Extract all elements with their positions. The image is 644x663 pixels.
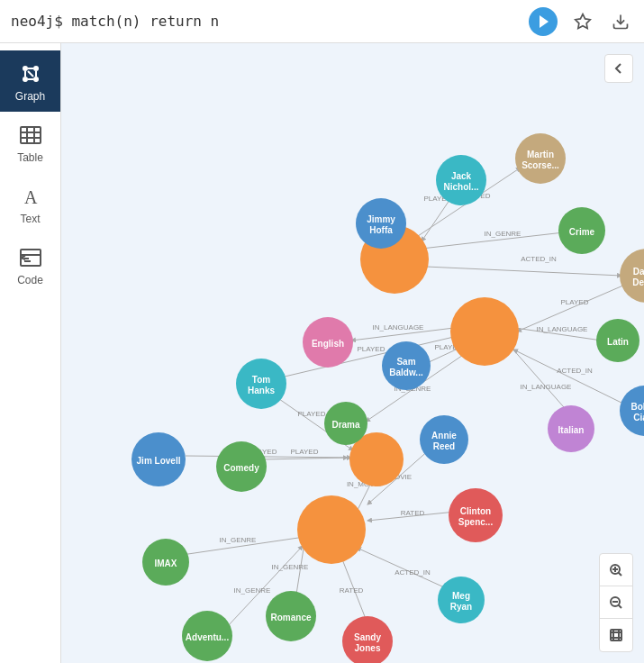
svg-marker-1 bbox=[576, 14, 591, 28]
node-sandy-jones[interactable] bbox=[342, 616, 393, 663]
svg-text:PLAYED: PLAYED bbox=[298, 410, 326, 418]
sidebar-item-table[interactable]: Table bbox=[0, 112, 60, 173]
svg-line-11 bbox=[28, 71, 33, 77]
node-jimmy-hoffa[interactable] bbox=[356, 198, 406, 249]
svg-text:A: A bbox=[24, 187, 38, 207]
svg-line-110 bbox=[619, 604, 622, 608]
svg-text:RATED: RATED bbox=[340, 586, 364, 595]
collapse-button[interactable] bbox=[604, 54, 633, 83]
node-jack-nicholson[interactable] bbox=[436, 155, 486, 205]
svg-text:IN_LANGUAGE: IN_LANGUAGE bbox=[373, 323, 424, 332]
zoom-fit-button[interactable] bbox=[600, 619, 632, 651]
svg-rect-12 bbox=[21, 127, 41, 143]
download-icon[interactable] bbox=[608, 9, 633, 34]
node-jim-lovell[interactable] bbox=[132, 432, 186, 486]
query-display: neo4j$ match(n) return n bbox=[11, 13, 219, 30]
node-crime[interactable] bbox=[558, 207, 605, 254]
svg-text:ACTED_IN: ACTED_IN bbox=[557, 367, 593, 375]
node-danny-devito[interactable] bbox=[620, 249, 644, 303]
svg-text:ACTED_IN: ACTED_IN bbox=[521, 255, 557, 263]
node-adventure[interactable] bbox=[182, 611, 232, 661]
svg-text:RATED: RATED bbox=[401, 509, 425, 517]
node-clinton-spencer[interactable] bbox=[449, 488, 503, 542]
node-latin[interactable] bbox=[596, 319, 639, 362]
svg-text:IN_GENRE: IN_GENRE bbox=[485, 230, 522, 238]
svg-rect-18 bbox=[21, 250, 41, 266]
svg-line-106 bbox=[619, 572, 622, 576]
sidebar-item-text-label: Text bbox=[20, 213, 40, 225]
svg-point-3 bbox=[23, 66, 28, 71]
graph-area: PLAYED PLAYED DIRECTED IN_GENRE ACTED_IN… bbox=[61, 43, 644, 663]
node-romance[interactable] bbox=[266, 591, 316, 641]
svg-point-4 bbox=[33, 66, 39, 71]
node-imax[interactable] bbox=[142, 539, 189, 586]
svg-text:IN_GENRE: IN_GENRE bbox=[220, 536, 257, 544]
zoom-out-button[interactable] bbox=[600, 586, 632, 619]
svg-text:IN_LANGUAGE: IN_LANGUAGE bbox=[521, 383, 572, 391]
node-bobby-ciaro[interactable] bbox=[620, 386, 644, 436]
svg-point-5 bbox=[23, 77, 28, 82]
main-area: Graph Table A Text bbox=[0, 43, 644, 663]
svg-text:PLAYED: PLAYED bbox=[291, 448, 319, 456]
svg-line-44 bbox=[186, 456, 351, 458]
svg-line-45 bbox=[263, 458, 348, 459]
svg-text:PLAYED: PLAYED bbox=[358, 345, 385, 353]
sidebar: Graph Table A Text bbox=[0, 43, 61, 663]
play-button[interactable] bbox=[529, 7, 558, 36]
sidebar-item-table-label: Table bbox=[17, 151, 43, 164]
node-sam-baldwin[interactable] bbox=[382, 341, 431, 390]
sidebar-item-code[interactable]: Code bbox=[0, 234, 60, 295]
sidebar-item-graph[interactable]: Graph bbox=[0, 50, 60, 112]
node-drama[interactable] bbox=[324, 402, 367, 445]
svg-text:IN_GENRE: IN_GENRE bbox=[272, 563, 309, 571]
sidebar-item-code-label: Code bbox=[17, 274, 43, 286]
svg-text:IN_LANGUAGE: IN_LANGUAGE bbox=[537, 325, 588, 333]
zoom-in-button[interactable] bbox=[600, 554, 632, 586]
node-hub2[interactable] bbox=[450, 297, 519, 366]
zoom-controls bbox=[599, 553, 633, 652]
node-comedy[interactable] bbox=[216, 441, 267, 492]
svg-text:PLAYED: PLAYED bbox=[561, 298, 589, 306]
sidebar-item-graph-label: Graph bbox=[15, 90, 45, 103]
top-bar: neo4j$ match(n) return n bbox=[0, 0, 644, 43]
graph-svg: PLAYED PLAYED DIRECTED IN_GENRE ACTED_IN… bbox=[61, 43, 644, 663]
node-meg-ryan[interactable] bbox=[438, 577, 485, 623]
sidebar-item-text[interactable]: A Text bbox=[0, 173, 60, 234]
svg-line-28 bbox=[426, 267, 621, 276]
node-tom-hanks[interactable] bbox=[236, 359, 286, 409]
svg-point-6 bbox=[33, 77, 39, 82]
svg-marker-0 bbox=[540, 15, 549, 28]
node-english[interactable] bbox=[303, 317, 353, 368]
bookmark-icon[interactable] bbox=[570, 9, 595, 34]
node-annie-reed[interactable] bbox=[420, 415, 468, 464]
svg-text:IN_GENRE: IN_GENRE bbox=[234, 586, 271, 595]
svg-rect-112 bbox=[611, 630, 621, 640]
node-martin-scorsese[interactable] bbox=[515, 133, 566, 184]
svg-text:ACTED_IN: ACTED_IN bbox=[395, 568, 431, 577]
top-icons bbox=[529, 7, 633, 36]
node-hub3[interactable] bbox=[297, 495, 366, 564]
node-italian[interactable] bbox=[548, 405, 594, 452]
